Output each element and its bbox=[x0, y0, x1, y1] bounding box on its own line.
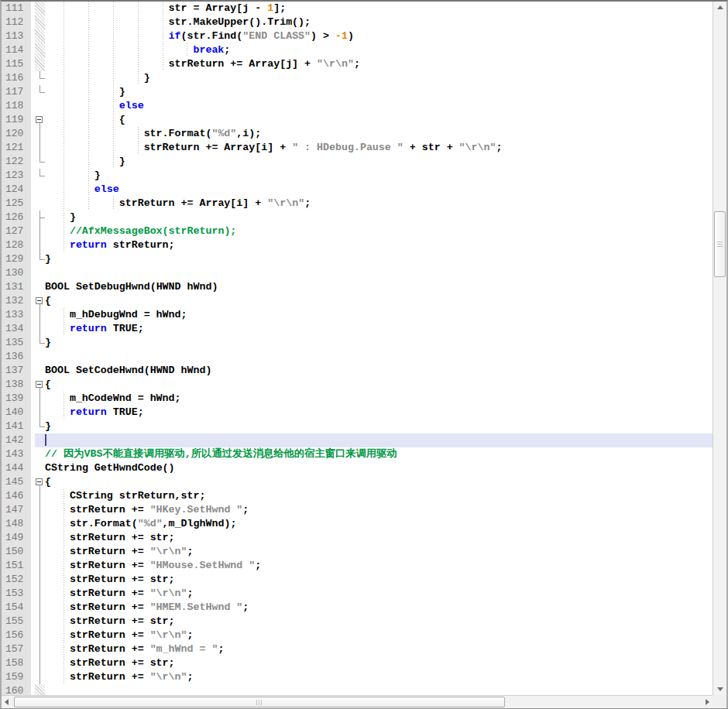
line-number[interactable]: 146 bbox=[2, 489, 31, 503]
scroll-right-arrow-icon[interactable] bbox=[706, 699, 709, 705]
code-text[interactable]: // 因为VBS不能直接调用驱动,所以通过发送消息给他的宿主窗口来调用驱动 bbox=[45, 447, 713, 461]
line-number[interactable]: 132 bbox=[2, 294, 31, 308]
horizontal-scrollbar[interactable] bbox=[2, 695, 713, 708]
code-text[interactable]: strReturn += "\r\n"; bbox=[45, 629, 713, 642]
line-number[interactable]: 157 bbox=[2, 642, 31, 656]
line-number[interactable]: 137 bbox=[2, 364, 31, 378]
code-text[interactable]: } bbox=[45, 85, 713, 99]
code-text[interactable]: } bbox=[45, 211, 713, 224]
line-number[interactable]: 118 bbox=[2, 99, 31, 113]
line-number[interactable]: 116 bbox=[2, 71, 31, 85]
scroll-down-arrow-icon[interactable] bbox=[717, 687, 723, 691]
code-text[interactable]: strReturn += Array[j] + "\r\n"; bbox=[45, 57, 713, 71]
line-number[interactable]: 130 bbox=[2, 266, 31, 280]
line-number[interactable]: 126 bbox=[2, 211, 31, 224]
fold-collapse-box-icon[interactable] bbox=[35, 378, 45, 392]
line-number[interactable]: 144 bbox=[2, 461, 31, 475]
code-text[interactable]: if(str.Find("END CLASS") > -1) bbox=[45, 29, 713, 43]
line-number[interactable]: 134 bbox=[2, 322, 31, 336]
code-text[interactable]: strReturn += str; bbox=[45, 531, 713, 545]
code-text[interactable]: //AfxMessageBox(strReturn); bbox=[45, 224, 713, 238]
code-text[interactable]: } bbox=[45, 169, 713, 183]
code-text[interactable]: m_hCodeWnd = hWnd; bbox=[45, 392, 713, 406]
code-text[interactable]: break; bbox=[45, 43, 713, 57]
line-number[interactable]: 160 bbox=[2, 684, 31, 695]
scroll-left-arrow-icon[interactable] bbox=[5, 699, 9, 705]
code-text[interactable]: } bbox=[45, 155, 713, 169]
fold-collapse-box-icon[interactable] bbox=[35, 294, 45, 308]
line-number[interactable]: 124 bbox=[2, 183, 31, 197]
code-text[interactable]: else bbox=[45, 183, 713, 197]
line-number[interactable]: 120 bbox=[2, 127, 31, 141]
line-number[interactable]: 150 bbox=[2, 545, 31, 559]
line-number[interactable]: 136 bbox=[2, 350, 31, 364]
code-text[interactable]: return TRUE; bbox=[45, 406, 713, 420]
code-text[interactable]: BOOL SetDebugHwnd(HWND hWnd) bbox=[45, 280, 713, 294]
code-text[interactable]: { bbox=[45, 378, 713, 392]
code-text[interactable]: } bbox=[45, 420, 713, 433]
line-number[interactable]: 153 bbox=[2, 587, 31, 601]
line-number[interactable]: 128 bbox=[2, 238, 31, 252]
code-text[interactable]: return strReturn; bbox=[45, 238, 713, 252]
code-text[interactable]: m_hDebugWnd = hWnd; bbox=[45, 308, 713, 322]
line-number[interactable]: 147 bbox=[2, 503, 31, 517]
vertical-scroll-thumb[interactable] bbox=[714, 211, 726, 277]
line-number[interactable]: 133 bbox=[2, 308, 31, 322]
line-number[interactable]: 142 bbox=[2, 433, 31, 447]
code-text[interactable]: } bbox=[45, 252, 713, 266]
line-number[interactable]: 129 bbox=[2, 252, 31, 266]
code-text[interactable]: CString GetHwndCode() bbox=[45, 461, 713, 475]
line-number[interactable]: 156 bbox=[2, 629, 31, 642]
fold-collapse-box-icon[interactable] bbox=[35, 113, 45, 127]
code-text[interactable]: strReturn += "HMouse.SetHwnd "; bbox=[45, 559, 713, 573]
code-text[interactable]: strReturn += str; bbox=[45, 656, 713, 670]
line-number[interactable]: 152 bbox=[2, 573, 31, 587]
code-text[interactable]: str.Format("%d",i); bbox=[45, 127, 713, 141]
line-number[interactable]: 143 bbox=[2, 447, 31, 461]
code-text[interactable]: str.Format("%d",m_DlghWnd); bbox=[45, 517, 713, 531]
line-number[interactable]: 123 bbox=[2, 169, 31, 183]
code-text[interactable]: { bbox=[45, 475, 713, 489]
line-number[interactable]: 122 bbox=[2, 155, 31, 169]
code-text[interactable]: strReturn += "HKey.SetHwnd "; bbox=[45, 503, 713, 517]
code-text[interactable]: strReturn += str; bbox=[45, 573, 713, 587]
line-number[interactable]: 158 bbox=[2, 656, 31, 670]
line-number[interactable]: 113 bbox=[2, 29, 31, 43]
line-number[interactable]: 154 bbox=[2, 601, 31, 615]
line-number[interactable]: 112 bbox=[2, 15, 31, 29]
code-text[interactable]: str.MakeUpper().Trim(); bbox=[45, 15, 713, 29]
line-number[interactable]: 159 bbox=[2, 670, 31, 684]
code-text[interactable]: else bbox=[45, 99, 713, 113]
line-number[interactable]: 139 bbox=[2, 392, 31, 406]
code-text[interactable]: return TRUE; bbox=[45, 322, 713, 336]
code-text[interactable] bbox=[45, 684, 713, 695]
line-number[interactable]: 141 bbox=[2, 420, 31, 433]
line-number[interactable]: 121 bbox=[2, 141, 31, 155]
code-text[interactable]: strReturn += str; bbox=[45, 615, 713, 629]
line-number[interactable]: 155 bbox=[2, 615, 31, 629]
horizontal-scroll-thumb[interactable] bbox=[14, 697, 505, 707]
code-text[interactable]: { bbox=[45, 294, 713, 308]
line-number[interactable]: 140 bbox=[2, 406, 31, 420]
line-number[interactable]: 117 bbox=[2, 85, 31, 99]
line-number[interactable]: 111 bbox=[2, 2, 31, 15]
line-number[interactable]: 135 bbox=[2, 336, 31, 350]
scroll-up-arrow-icon[interactable] bbox=[717, 5, 723, 9]
code-text[interactable]: BOOL SetCodeHwnd(HWND hWnd) bbox=[45, 364, 713, 378]
line-number[interactable]: 114 bbox=[2, 43, 31, 57]
code-text[interactable] bbox=[45, 433, 713, 447]
code-text[interactable]: str = Array[j - 1]; bbox=[45, 2, 713, 15]
code-text[interactable]: } bbox=[45, 71, 713, 85]
code-text[interactable]: strReturn += "\r\n"; bbox=[45, 587, 713, 601]
code-text[interactable]: strReturn += "\r\n"; bbox=[45, 545, 713, 559]
code-text[interactable]: strReturn += Array[i] + "\r\n"; bbox=[45, 197, 713, 211]
line-number[interactable]: 131 bbox=[2, 280, 31, 294]
code-text[interactable]: strReturn += "m_hWnd = "; bbox=[45, 642, 713, 656]
code-text[interactable] bbox=[45, 266, 713, 280]
line-number[interactable]: 119 bbox=[2, 113, 31, 127]
code-text[interactable]: strReturn += Array[i] + " : HDebug.Pause… bbox=[45, 141, 713, 155]
line-number[interactable]: 127 bbox=[2, 224, 31, 238]
vertical-scrollbar[interactable] bbox=[713, 2, 726, 695]
line-number[interactable]: 138 bbox=[2, 378, 31, 392]
fold-collapse-box-icon[interactable] bbox=[35, 475, 45, 489]
